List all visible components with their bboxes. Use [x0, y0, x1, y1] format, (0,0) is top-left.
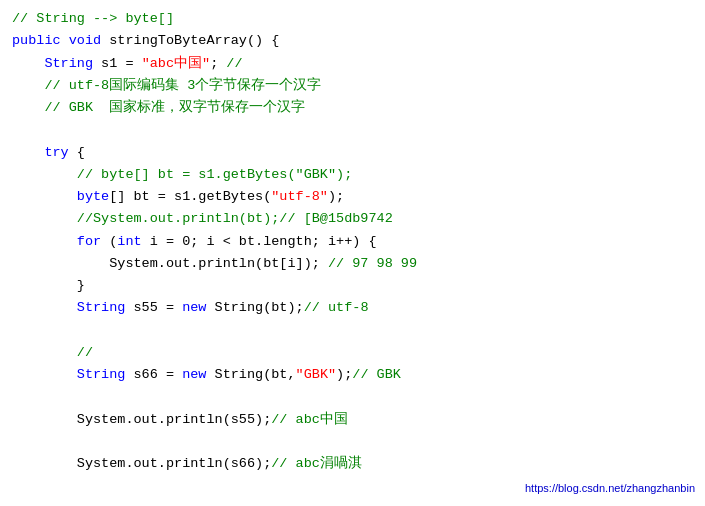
- code-content: // String --> byte[]public void stringTo…: [12, 8, 693, 476]
- code-line: // utf-8国际编码集 3个字节保存一个汉字: [12, 75, 693, 97]
- code-token: s55 =: [125, 300, 182, 315]
- code-token: s1 =: [93, 56, 142, 71]
- code-line: for (int i = 0; i < bt.length; i++) {: [12, 231, 693, 253]
- code-token: void: [69, 33, 110, 48]
- code-line: [12, 431, 693, 453]
- code-token: [12, 234, 77, 249]
- code-token: int: [117, 234, 141, 249]
- code-token: s66 =: [125, 367, 182, 382]
- code-token: ;: [210, 56, 226, 71]
- code-token: [] bt = s1.getBytes(: [109, 189, 271, 204]
- code-token: String: [77, 300, 126, 315]
- code-line: byte[] bt = s1.getBytes("utf-8");: [12, 186, 693, 208]
- code-line: //System.out.println(bt);// [B@15db9742: [12, 208, 693, 230]
- code-token: new: [182, 300, 206, 315]
- code-line: System.out.println(s66);// abc涓喎淇: [12, 453, 693, 475]
- code-token: );: [328, 189, 344, 204]
- code-line: [12, 387, 693, 409]
- code-token: [12, 189, 77, 204]
- code-token: System.out.println(s55);: [12, 412, 271, 427]
- code-line: String s1 = "abc中国"; //: [12, 53, 693, 75]
- code-token: stringToByteArray() {: [109, 33, 279, 48]
- code-editor: // String --> byte[]public void stringTo…: [0, 0, 705, 506]
- code-token: for: [77, 234, 101, 249]
- code-token: // abc中国: [271, 412, 348, 427]
- code-token: System.out.println(bt[i]);: [12, 256, 328, 271]
- code-token: System.out.println(s66);: [12, 456, 271, 471]
- code-token: "GBK": [296, 367, 337, 382]
- code-line: System.out.println(bt[i]); // 97 98 99: [12, 253, 693, 275]
- code-token: [12, 145, 44, 160]
- code-line: public void stringToByteArray() {: [12, 30, 693, 52]
- code-token: new: [182, 367, 206, 382]
- code-line: // byte[] bt = s1.getBytes("GBK");: [12, 164, 693, 186]
- code-line: try {: [12, 142, 693, 164]
- code-token: [12, 56, 44, 71]
- code-line: }: [12, 275, 693, 297]
- code-line: //: [12, 342, 693, 364]
- code-token: [12, 367, 77, 382]
- code-line: String s66 = new String(bt,"GBK");// GBK: [12, 364, 693, 386]
- code-token: // String --> byte[]: [12, 11, 174, 26]
- code-token: "abc中国": [142, 56, 211, 71]
- code-token: byte: [77, 189, 109, 204]
- code-token: // 97 98 99: [328, 256, 417, 271]
- code-token: try: [44, 145, 68, 160]
- code-line: // String --> byte[]: [12, 8, 693, 30]
- code-token: // GBK: [352, 367, 401, 382]
- code-token: }: [12, 278, 85, 293]
- code-line: String s55 = new String(bt);// utf-8: [12, 297, 693, 319]
- watermark: https://blog.csdn.net/zhangzhanbin: [525, 480, 695, 498]
- code-token: (: [101, 234, 117, 249]
- code-token: //: [226, 56, 242, 71]
- code-token: "utf-8": [271, 189, 328, 204]
- code-token: // byte[] bt = s1.getBytes("GBK");: [12, 167, 352, 182]
- code-token: // GBK 国家标准，双字节保存一个汉字: [12, 100, 305, 115]
- code-line: [12, 320, 693, 342]
- code-token: String(bt);: [206, 300, 303, 315]
- code-token: //System.out.println(bt);// [B@15db9742: [12, 211, 393, 226]
- code-token: {: [69, 145, 85, 160]
- code-line: // GBK 国家标准，双字节保存一个汉字: [12, 97, 693, 119]
- code-line: [12, 119, 693, 141]
- code-token: // utf-8国际编码集 3个字节保存一个汉字: [12, 78, 321, 93]
- code-token: // utf-8: [304, 300, 369, 315]
- code-token: //: [12, 345, 93, 360]
- code-token: String: [77, 367, 126, 382]
- code-token: // abc涓喎淇: [271, 456, 362, 471]
- code-line: System.out.println(s55);// abc中国: [12, 409, 693, 431]
- code-token: [12, 300, 77, 315]
- code-token: String: [44, 56, 93, 71]
- code-token: public: [12, 33, 69, 48]
- code-token: i = 0; i < bt.length; i++) {: [142, 234, 377, 249]
- code-token: String(bt,: [206, 367, 295, 382]
- code-token: );: [336, 367, 352, 382]
